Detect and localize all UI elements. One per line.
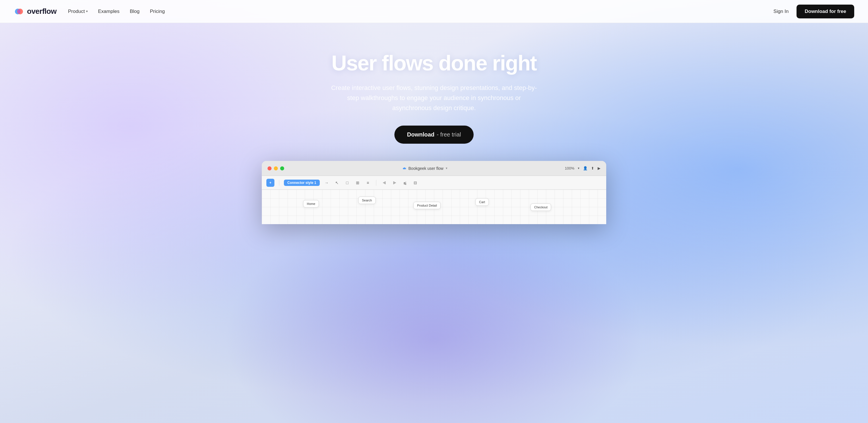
hero-content: User flows done right Create interactive… — [321, 52, 547, 144]
align-left-icon[interactable]: ⫷ — [381, 179, 388, 186]
nav-left: overflow Product ▾ Examples Blog Pricing — [14, 6, 165, 17]
hero-section: User flows done right Create interactive… — [0, 0, 868, 423]
hero-cta-button[interactable]: Download - free trial — [394, 125, 474, 144]
share-icon[interactable]: ⬆ — [591, 166, 594, 170]
distribute-icon[interactable]: ⊟ — [412, 179, 419, 186]
frame-icon[interactable]: □ — [344, 179, 351, 186]
app-title-right: 100% ▾ 👤 ⬆ ▶ — [565, 166, 600, 170]
hero-subtitle: Create interactive user flows, stunning … — [328, 83, 540, 113]
nav-link-blog[interactable]: Blog — [130, 9, 140, 14]
cursor-icon[interactable]: ↖ — [334, 179, 340, 186]
logo-link[interactable]: overflow — [14, 6, 57, 17]
flow-node[interactable]: Cart — [475, 198, 489, 206]
chevron-down-icon[interactable]: ▾ — [578, 166, 580, 170]
add-button[interactable]: + — [267, 179, 274, 187]
nav-links: Product ▾ Examples Blog Pricing — [68, 9, 165, 15]
app-toolbar: + Connector style 1 → ↖ □ ⊞ ≡ ⫷ ⫸ ⫹ ⊟ — [262, 176, 606, 190]
nav-item-pricing[interactable]: Pricing — [150, 9, 165, 15]
flow-node[interactable]: Product Detail — [413, 202, 441, 209]
grid-icon[interactable]: ⊞ — [354, 179, 361, 186]
nav-right: Sign In Download for free — [774, 5, 854, 19]
sign-in-link[interactable]: Sign In — [774, 9, 789, 15]
toolbar-separator — [279, 180, 279, 186]
toolbar-separator2 — [376, 180, 376, 186]
connector-icon[interactable]: → — [323, 179, 330, 186]
nav-item-examples[interactable]: Examples — [98, 9, 120, 15]
window-minimize-button[interactable] — [274, 166, 278, 170]
chevron-down-icon: ▾ — [86, 9, 88, 13]
cta-light-text: - free trial — [437, 131, 461, 138]
connector-style-button[interactable]: Connector style 1 — [284, 179, 320, 186]
app-canvas: Home Search Product Detail Cart Checkout — [262, 190, 606, 224]
flow-node[interactable]: Checkout — [530, 203, 551, 211]
logo-text: overflow — [27, 7, 57, 16]
cloud-icon — [402, 167, 406, 170]
play-icon[interactable]: ▶ — [598, 166, 600, 170]
align-center-icon[interactable]: ⫸ — [391, 179, 398, 186]
nav-link-product[interactable]: Product ▾ — [68, 9, 88, 15]
nav-download-button[interactable]: Download for free — [797, 5, 854, 19]
flow-node[interactable]: Home — [303, 200, 319, 207]
hero-title: User flows done right — [328, 52, 540, 75]
app-titlebar: Bookgeek user flow ▾ 100% ▾ 👤 ⬆ ▶ — [262, 161, 606, 176]
app-window-title: Bookgeek user flow ▾ — [402, 166, 447, 171]
chevron-down-icon[interactable]: ▾ — [446, 166, 447, 170]
navbar: overflow Product ▾ Examples Blog Pricing… — [0, 0, 868, 23]
nav-item-product[interactable]: Product ▾ — [68, 9, 88, 15]
user-icon: 👤 — [583, 166, 588, 170]
window-maximize-button[interactable] — [280, 166, 284, 170]
window-close-button[interactable] — [268, 166, 272, 170]
nav-item-blog[interactable]: Blog — [130, 9, 140, 15]
nav-link-examples[interactable]: Examples — [98, 9, 120, 14]
logo-icon — [14, 6, 24, 17]
cta-bold-text: Download — [407, 131, 435, 138]
flow-node[interactable]: Search — [358, 197, 376, 204]
nav-link-pricing[interactable]: Pricing — [150, 9, 165, 14]
app-preview-window: Bookgeek user flow ▾ 100% ▾ 👤 ⬆ ▶ + Conn… — [262, 161, 606, 224]
align-right-icon[interactable]: ⫹ — [402, 179, 408, 186]
window-controls — [268, 166, 284, 170]
align-icon[interactable]: ≡ — [365, 179, 371, 186]
